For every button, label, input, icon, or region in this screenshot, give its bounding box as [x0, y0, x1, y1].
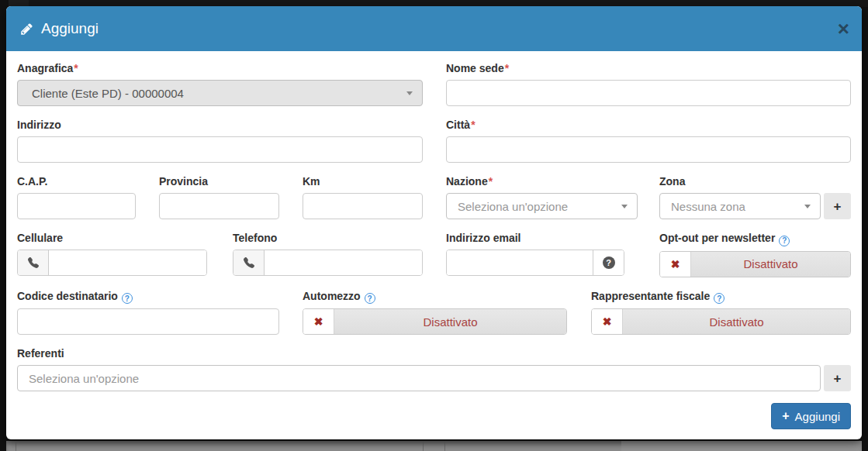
codice-destinatario-label: Codice destinatario? [17, 290, 279, 305]
field-cap: C.A.P. [17, 175, 136, 219]
modal-title-text: Aggiungi [41, 20, 99, 37]
modal-header: Aggiungi × [6, 6, 862, 51]
anagrafica-label: Anagrafica* [17, 62, 423, 75]
question-help-icon[interactable]: ? [365, 293, 375, 304]
submit-label: Aggiungi [795, 410, 840, 423]
chevron-down-icon [621, 205, 628, 208]
provincia-input[interactable] [159, 193, 279, 219]
required-asterisk: * [471, 119, 475, 131]
telefono-input[interactable] [265, 250, 422, 275]
optout-label: Opt-out per newsletter? [659, 232, 851, 246]
field-referenti: Referenti Seleziona un'opzione + [17, 347, 851, 391]
modal-aggiungi: Aggiungi × Anagrafica* Cliente (Este PD)… [6, 6, 862, 439]
telefono-label: Telefono [233, 232, 423, 245]
required-asterisk: * [489, 175, 493, 188]
field-automezzo: Automezzo? ✖ Disattivato [303, 290, 567, 336]
field-optout-newsletter: Opt-out per newsletter? ✖ Disattivato [659, 232, 851, 277]
anagrafica-select[interactable]: Cliente (Este PD) - 00000004 [17, 80, 423, 106]
x-icon: ✖ [660, 252, 691, 277]
modal-title: Aggiungi [20, 20, 99, 37]
question-help-icon[interactable]: ? [779, 236, 790, 246]
field-zona: Zona Nessuna zona + [659, 175, 851, 219]
citta-input[interactable] [446, 136, 851, 163]
cap-label: C.A.P. [17, 175, 136, 188]
km-label: Km [303, 175, 423, 188]
rappresentante-fiscale-label: Rappresentante fiscale? [591, 290, 851, 305]
zona-placeholder: Nessuna zona [671, 200, 798, 213]
cap-input[interactable] [17, 193, 136, 219]
x-icon: ✖ [592, 309, 623, 334]
provincia-label: Provincia [159, 175, 279, 188]
cellulare-label: Cellulare [17, 232, 207, 245]
field-nome-sede: Nome sede* [446, 62, 851, 106]
add-zona-button[interactable]: + [824, 193, 851, 219]
zona-select[interactable]: Nessuna zona [659, 193, 821, 219]
field-codice-destinatario: Codice destinatario? [17, 290, 279, 336]
nome-sede-label: Nome sede* [446, 62, 851, 75]
field-rappresentante-fiscale: Rappresentante fiscale? ✖ Disattivato [591, 290, 851, 336]
automezzo-label: Automezzo? [303, 290, 567, 305]
anagrafica-selected-value: Cliente (Este PD) - 00000004 [29, 87, 400, 100]
modal-body: Anagrafica* Cliente (Este PD) - 00000004… [6, 51, 862, 429]
field-citta: Città* [446, 119, 851, 163]
indirizzo-label: Indirizzo [17, 119, 423, 132]
close-icon[interactable]: × [838, 19, 849, 39]
question-help-icon[interactable]: ? [714, 293, 724, 304]
cellulare-input[interactable] [49, 250, 206, 275]
required-asterisk: * [505, 62, 509, 74]
referenti-placeholder: Seleziona un'opzione [29, 372, 811, 385]
field-indirizzo: Indirizzo [17, 119, 423, 163]
field-telefono: Telefono [233, 232, 423, 277]
chevron-down-icon [804, 205, 811, 208]
nome-sede-input[interactable] [446, 80, 851, 106]
field-email: Indirizzo email ? [446, 232, 624, 277]
email-label: Indirizzo email [446, 232, 624, 245]
x-icon: ✖ [303, 309, 334, 334]
required-asterisk: * [74, 62, 78, 74]
codice-destinatario-input[interactable] [17, 308, 279, 335]
phone-icon [18, 250, 49, 275]
automezzo-state: Disattivato [334, 309, 566, 334]
email-input[interactable] [447, 250, 593, 275]
nazione-select[interactable]: Seleziona un'opzione [446, 193, 638, 219]
km-input[interactable] [303, 193, 423, 219]
field-cellulare: Cellulare [17, 232, 207, 277]
optout-toggle[interactable]: ✖ Disattivato [659, 251, 851, 277]
question-help-icon[interactable]: ? [122, 293, 133, 304]
referenti-select[interactable]: Seleziona un'opzione [17, 365, 821, 391]
rappresentante-fiscale-toggle[interactable]: ✖ Disattivato [591, 308, 851, 335]
field-nazione: Nazione* Seleziona un'opzione [446, 175, 638, 219]
question-circle-icon[interactable]: ? [593, 250, 624, 275]
field-anagrafica: Anagrafica* Cliente (Este PD) - 00000004 [17, 62, 423, 106]
underlying-page-table [6, 441, 862, 451]
phone-icon [233, 250, 265, 275]
screen: Aggiungi × Anagrafica* Cliente (Este PD)… [0, 0, 868, 451]
optout-state: Disattivato [691, 252, 850, 277]
add-referente-button[interactable]: + [824, 365, 851, 391]
citta-label: Città* [446, 119, 851, 132]
modal-footer: + Aggiungi [17, 403, 851, 429]
field-km: Km [303, 175, 423, 219]
automezzo-toggle[interactable]: ✖ Disattivato [303, 308, 567, 335]
nazione-placeholder: Seleziona un'opzione [458, 200, 615, 213]
chevron-down-icon [406, 91, 413, 95]
field-provincia: Provincia [159, 175, 279, 219]
plus-icon: + [782, 409, 789, 423]
pencil-icon [20, 22, 33, 36]
nazione-label: Nazione* [446, 175, 638, 188]
submit-aggiungi-button[interactable]: + Aggiungi [771, 403, 851, 429]
referenti-label: Referenti [17, 347, 851, 360]
zona-label: Zona [659, 175, 851, 188]
indirizzo-input[interactable] [17, 136, 423, 163]
rappresentante-fiscale-state: Disattivato [623, 309, 850, 334]
